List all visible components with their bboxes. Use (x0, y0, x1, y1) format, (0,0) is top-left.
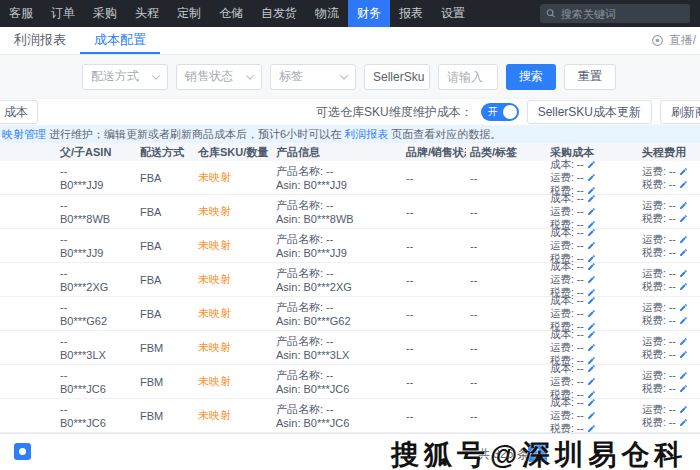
nav-item-self-delivery[interactable]: 自发货 (252, 0, 306, 27)
first-leg-freight-value: 运费: -- (642, 336, 676, 347)
unmapped-link[interactable]: 未映射 (198, 171, 231, 183)
sellersku-cost-update-button[interactable]: SellerSKU成本更新 (527, 100, 652, 124)
nav-item-customer-service[interactable]: 客服 (0, 0, 42, 27)
edit-freight-icon[interactable] (587, 343, 596, 352)
cell-asin: -- B0***8WB (56, 199, 136, 225)
edit-cost-icon[interactable] (587, 228, 596, 237)
child-asin-value: B0***2XG (60, 281, 132, 293)
sale-status-select[interactable]: 销售状态 (176, 64, 262, 90)
global-search-input[interactable] (561, 8, 684, 20)
edit-first-leg-freight-icon[interactable] (679, 303, 688, 312)
cell-product-info: 产品名称: -- Asin: B0***G62 (272, 301, 402, 327)
unmapped-link[interactable]: 未映射 (198, 341, 231, 353)
cell-warehouse-sku: 未映射 (194, 272, 272, 287)
nav-item-purchasing[interactable]: 采购 (84, 0, 126, 27)
edit-first-leg-tax-icon[interactable] (679, 214, 688, 223)
sellersku-type-select[interactable]: SellerSku (364, 64, 430, 90)
reset-button[interactable]: 重置 (564, 64, 616, 90)
edit-freight-icon[interactable] (587, 207, 596, 216)
edit-freight-icon[interactable] (587, 275, 596, 284)
nav-item-finance[interactable]: 财务 (348, 0, 390, 27)
edit-freight-icon[interactable] (587, 241, 596, 250)
first-leg-tax-value: 税费: -- (642, 247, 676, 258)
keyword-input[interactable] (438, 64, 498, 90)
product-asin-value: Asin: B0***JJ9 (276, 179, 398, 191)
cell-delivery: FBA (136, 172, 194, 184)
cell-warehouse-sku: 未映射 (194, 408, 272, 423)
edit-first-leg-tax-icon[interactable] (679, 350, 688, 359)
edit-first-leg-tax-icon[interactable] (679, 282, 688, 291)
unmapped-link[interactable]: 未映射 (198, 273, 231, 285)
nav-item-orders[interactable]: 订单 (42, 0, 84, 27)
live-icon (651, 34, 664, 47)
edit-cost-icon[interactable] (587, 194, 596, 203)
product-asin-value: Asin: B0***8WB (276, 213, 398, 225)
parent-asin-value: -- (60, 335, 132, 347)
unmapped-link[interactable]: 未映射 (198, 409, 231, 421)
edit-freight-icon[interactable] (587, 377, 596, 386)
edit-first-leg-tax-icon[interactable] (679, 384, 688, 393)
unmapped-link[interactable]: 未映射 (198, 307, 231, 319)
live-link[interactable]: 直播/ (669, 32, 696, 49)
cell-purchase-cost: 成本: -- 运费: -- 税费: -- (546, 329, 638, 366)
edit-cost-icon[interactable] (587, 262, 596, 271)
cell-asin: -- B0***JJ9 (56, 233, 136, 259)
unmapped-link[interactable]: 未映射 (198, 205, 231, 217)
nav-item-first-leg[interactable]: 头程 (126, 0, 168, 27)
tab-cost-config[interactable]: 成本配置 (80, 27, 160, 54)
filter-bar: 配送方式 销售状态 标签 SellerSku 搜索 重置 (0, 55, 700, 99)
edit-first-leg-tax-icon[interactable] (679, 180, 688, 189)
refresh-product-cost-button[interactable]: 刷新商品成本 (660, 100, 700, 124)
edit-cost-icon[interactable] (587, 364, 596, 373)
global-search[interactable] (540, 4, 690, 23)
mapping-manage-link[interactable]: 映射管理 (2, 128, 46, 140)
table-row: -- B0***2XG FBA 未映射 产品名称: -- Asin: B0***… (0, 263, 700, 297)
edit-first-leg-tax-icon[interactable] (679, 316, 688, 325)
shipping-method-select[interactable]: 配送方式 (82, 64, 168, 90)
unmapped-link[interactable]: 未映射 (198, 375, 231, 387)
edit-first-leg-tax-icon[interactable] (679, 418, 688, 427)
edit-freight-icon[interactable] (587, 173, 596, 182)
product-name-value: 产品名称: -- (276, 233, 398, 245)
edit-first-leg-freight-icon[interactable] (679, 167, 688, 176)
cell-asin: -- B0***JC6 (56, 369, 136, 395)
nav-item-reports[interactable]: 报表 (390, 0, 432, 27)
edit-first-leg-freight-icon[interactable] (679, 269, 688, 278)
toggle-knob-icon (503, 105, 517, 119)
profit-report-link[interactable]: 利润报表 (344, 128, 388, 140)
nav-item-warehouse[interactable]: 仓储 (210, 0, 252, 27)
cost-button-partial[interactable]: 成本 (0, 100, 38, 124)
edit-cost-icon[interactable] (587, 296, 596, 305)
sku-dimension-toggle[interactable]: 开 (481, 103, 519, 121)
child-asin-value: B0***JJ9 (60, 247, 132, 259)
cost-value: 成本: -- (550, 261, 584, 272)
parent-asin-value: -- (60, 267, 132, 279)
cell-first-leg-cost: 运费: -- 税费: -- (638, 336, 700, 360)
edit-freight-icon[interactable] (587, 309, 596, 318)
sellersku-selected-value: SellerSku (373, 70, 424, 84)
edit-first-leg-freight-icon[interactable] (679, 371, 688, 380)
edit-first-leg-freight-icon[interactable] (679, 201, 688, 210)
edit-cost-icon[interactable] (587, 330, 596, 339)
edit-cost-icon[interactable] (587, 398, 596, 407)
tag-select[interactable]: 标签 (270, 64, 356, 90)
cell-brand-status: -- (402, 308, 466, 320)
nav-item-customization[interactable]: 定制 (168, 0, 210, 27)
edit-first-leg-freight-icon[interactable] (679, 405, 688, 414)
cell-delivery: FBA (136, 206, 194, 218)
nav-item-logistics[interactable]: 物流 (306, 0, 348, 27)
first-leg-tax-value: 税费: -- (642, 349, 676, 360)
edit-first-leg-freight-icon[interactable] (679, 235, 688, 244)
edit-tax-icon[interactable] (587, 424, 596, 433)
nav-item-settings[interactable]: 设置 (432, 0, 474, 27)
first-leg-tax-value: 税费: -- (642, 383, 676, 394)
first-leg-freight-value: 运费: -- (642, 370, 676, 381)
cell-warehouse-sku: 未映射 (194, 340, 272, 355)
edit-cost-icon[interactable] (587, 160, 596, 169)
tab-profit-report[interactable]: 利润报表 (0, 27, 80, 54)
edit-freight-icon[interactable] (587, 411, 596, 420)
edit-first-leg-tax-icon[interactable] (679, 248, 688, 257)
search-button[interactable]: 搜索 (506, 64, 556, 90)
edit-first-leg-freight-icon[interactable] (679, 337, 688, 346)
unmapped-link[interactable]: 未映射 (198, 239, 231, 251)
